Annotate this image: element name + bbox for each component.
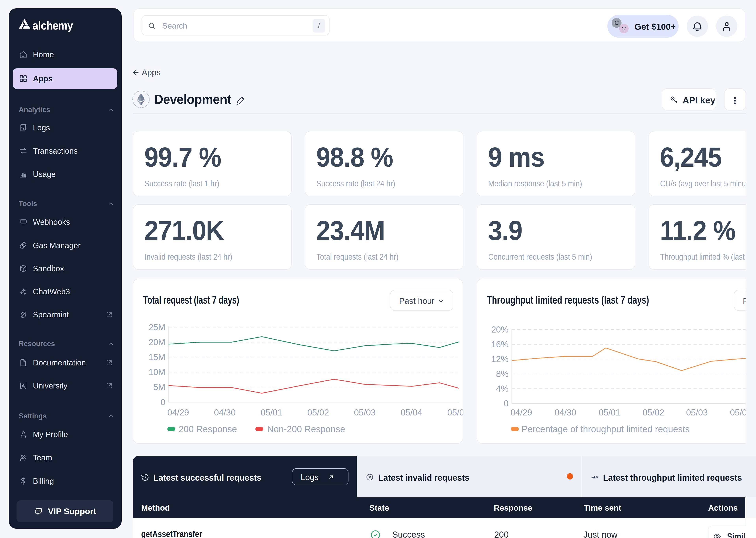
- svg-text:05/03: 05/03: [354, 407, 376, 417]
- svg-text:Percentage of throughput limit: Percentage of throughput limited request…: [522, 424, 690, 434]
- svg-text:04/29: 04/29: [510, 407, 532, 417]
- svg-text:20M: 20M: [148, 337, 165, 347]
- svg-text:04/30: 04/30: [214, 407, 236, 417]
- svg-text:20%: 20%: [491, 325, 508, 334]
- svg-text:05/02: 05/02: [307, 407, 329, 417]
- svg-text:0: 0: [504, 399, 508, 408]
- svg-text:5M: 5M: [153, 382, 165, 392]
- svg-text:05/01: 05/01: [599, 407, 620, 417]
- svg-text:05/02: 05/02: [642, 407, 664, 417]
- svg-text:16%: 16%: [491, 340, 508, 349]
- svg-text:05/05: 05/05: [447, 407, 463, 417]
- svg-text:04/30: 04/30: [555, 407, 576, 417]
- svg-text:8%: 8%: [496, 369, 508, 379]
- svg-text:200 Response: 200 Response: [178, 424, 237, 434]
- svg-text:15M: 15M: [148, 352, 165, 362]
- svg-text:12%: 12%: [491, 354, 508, 364]
- svg-text:05/04: 05/04: [401, 407, 422, 417]
- svg-text:0: 0: [161, 397, 165, 407]
- svg-text:Non-200 Response: Non-200 Response: [267, 424, 345, 434]
- svg-text:05/01: 05/01: [261, 407, 282, 417]
- svg-text:10M: 10M: [148, 367, 165, 377]
- svg-text:05/03: 05/03: [686, 407, 708, 417]
- svg-text:25M: 25M: [148, 322, 165, 332]
- svg-text:04/29: 04/29: [167, 407, 189, 417]
- svg-text:4%: 4%: [496, 384, 508, 394]
